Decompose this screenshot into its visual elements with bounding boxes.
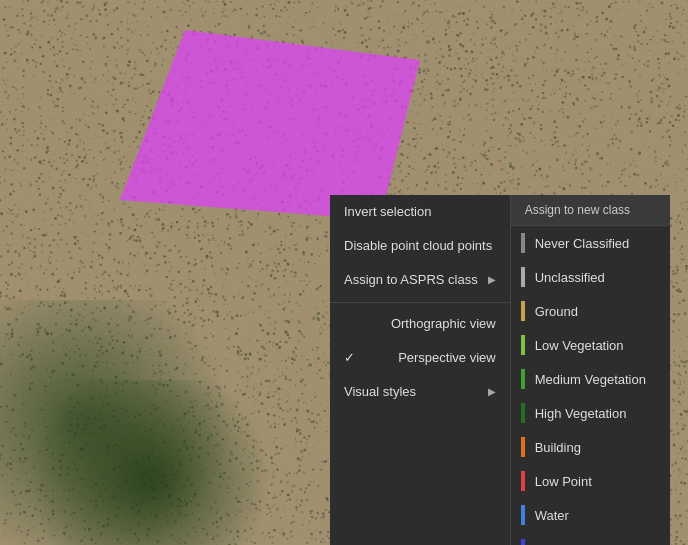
assign-asprs-arrow-icon: ▶ [488,273,496,287]
submenu-item-water[interactable]: Water [511,498,670,532]
orthographic-item[interactable]: ✓ Orthographic view [330,307,510,341]
submenu-item-rail[interactable]: Rail [511,532,670,545]
submenu-item-ground[interactable]: Ground [511,294,670,328]
submenu-item-building[interactable]: Building [511,430,670,464]
submenu-item-low-vegetation[interactable]: Low Vegetation [511,328,670,362]
submenu-item-unclassified[interactable]: Unclassified [511,260,670,294]
main-context-menu: Invert selection Disable point cloud poi… [330,195,510,545]
water-color-icon [521,505,525,525]
assign-asprs-item[interactable]: Assign to ASPRS class ▶ [330,263,510,297]
perspective-label: Perspective view [398,349,496,367]
disable-points-item[interactable]: Disable point cloud points [330,229,510,263]
ground-color-icon [521,301,525,321]
ground-label: Ground [535,304,578,319]
submenu-items-container: Never ClassifiedUnclassifiedGroundLow Ve… [511,226,670,545]
low-vegetation-label: Low Vegetation [535,338,624,353]
perspective-item[interactable]: ✓ Perspective view [330,341,510,375]
visual-styles-arrow-icon: ▶ [488,385,496,399]
building-color-icon [521,437,525,457]
submenu-item-low-point[interactable]: Low Point [511,464,670,498]
rail-color-icon [521,539,525,545]
never-classified-label: Never Classified [535,236,630,251]
medium-vegetation-label: Medium Vegetation [535,372,646,387]
perspective-check-icon: ✓ [344,349,355,367]
water-label: Water [535,508,569,523]
low-vegetation-color-icon [521,335,525,355]
unclassified-color-icon [521,267,525,287]
submenu-header: Assign to new class [511,195,670,226]
menu-divider [330,302,510,303]
disable-points-label: Disable point cloud points [344,237,492,255]
unclassified-label: Unclassified [535,270,605,285]
rail-label: Rail [535,542,557,546]
low-point-label: Low Point [535,474,592,489]
building-label: Building [535,440,581,455]
submenu-item-never-classified[interactable]: Never Classified [511,226,670,260]
never-classified-color-icon [521,233,525,253]
submenu-item-high-vegetation[interactable]: High Vegetation [511,396,670,430]
medium-vegetation-color-icon [521,369,525,389]
orthographic-label: Orthographic view [391,315,496,333]
visual-styles-label: Visual styles [344,383,416,401]
high-vegetation-color-icon [521,403,525,423]
low-point-color-icon [521,471,525,491]
invert-selection-label: Invert selection [344,203,431,221]
visual-styles-item[interactable]: Visual styles ▶ [330,375,510,409]
context-menu-wrapper: Invert selection Disable point cloud poi… [330,195,670,545]
high-vegetation-label: High Vegetation [535,406,627,421]
submenu-item-medium-vegetation[interactable]: Medium Vegetation [511,362,670,396]
assign-asprs-label: Assign to ASPRS class [344,271,478,289]
assign-class-submenu: Assign to new class Never ClassifiedUncl… [510,195,670,545]
invert-selection-item[interactable]: Invert selection [330,195,510,229]
